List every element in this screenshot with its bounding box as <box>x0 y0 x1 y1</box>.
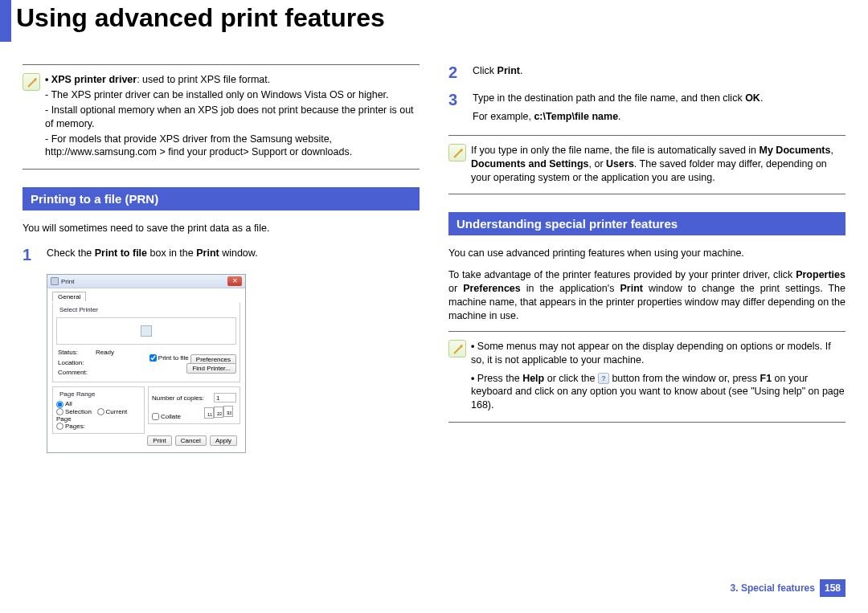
step1-b2: Print <box>196 247 219 259</box>
dlg-print-to-file: Print to file <box>149 354 189 362</box>
printer-icon <box>51 277 59 285</box>
n2-m2: button from the window or, press <box>609 373 760 384</box>
n1-m2: , or <box>589 158 607 170</box>
dlg-status-val: Ready <box>96 349 121 357</box>
note-xps-text: : used to print XPS file format. <box>137 74 270 85</box>
note-xps-sub2: Install optional memory when an XPS job … <box>45 104 420 131</box>
dlg-copies-spin: 1 <box>214 393 236 403</box>
heading-special-features: Understanding special printer features <box>448 212 845 235</box>
dlg-status-grid: Status:Ready Location: Comment: <box>56 347 122 378</box>
dlg-print-button: Print <box>147 435 171 446</box>
dlg-find-printer-button: Find Printer... <box>186 363 236 374</box>
note-filename-body: If you type in only the file name, the f… <box>471 144 845 185</box>
note-xps-bold: XPS printer driver <box>51 74 137 85</box>
note-xps-driver: XPS printer driver: used to print XPS fi… <box>23 64 420 170</box>
step1-post: window. <box>219 247 258 259</box>
p3-m1: or <box>448 283 463 294</box>
s3l1-pre: Type in the destination path and the fil… <box>473 92 745 104</box>
print-dialog-screenshot: Print ✕ General Select Printer Status:Re… <box>47 274 246 453</box>
collate-icon: 11 22 33 <box>204 406 236 420</box>
dlg-radio-all: All <box>56 400 141 407</box>
title-accent <box>0 0 11 42</box>
step-3: 3 Type in the destination path and the f… <box>448 92 845 124</box>
step2-pre: Click <box>473 65 497 76</box>
para-special-intro: You can use advanced printing features w… <box>448 247 845 260</box>
dlg-tab-general: General <box>52 292 86 301</box>
step-2-body: Click Print. <box>473 64 845 80</box>
dlg-comment-lbl: Comment: <box>58 369 94 377</box>
page-title-bar: Using advanced print features <box>0 0 868 42</box>
dlg-radio-pages: Pages: <box>56 423 141 430</box>
note-xps-line: XPS printer driver: used to print XPS fi… <box>45 73 420 159</box>
s3l2-pre: For example, <box>473 111 534 122</box>
n2-m1: or click the <box>544 373 598 384</box>
dlg-grp-pagerange: Page Range <box>58 390 96 398</box>
printer-item-icon <box>141 325 152 337</box>
step-1-body: Check the Print to file box in the Print… <box>47 247 420 263</box>
help-icon: ? <box>598 373 609 384</box>
close-icon: ✕ <box>227 276 242 286</box>
step-2-number: 2 <box>448 64 473 80</box>
para-special-detail: To take advantage of the printer feature… <box>448 268 845 323</box>
note-filename: If you type in only the file name, the f… <box>448 135 845 195</box>
dlg-copies-lbl: Number of copies: <box>152 394 204 402</box>
n2-pre: Press the <box>477 373 522 384</box>
dlg-location-lbl: Location: <box>58 359 94 367</box>
dlg-apply-button: Apply <box>210 435 237 446</box>
footer-chapter: 3. Special features <box>731 582 815 594</box>
page-footer: 3. Special features 158 <box>731 579 845 597</box>
note-xps-sub1: The XPS printer driver can be installed … <box>45 88 420 102</box>
n1-b3: Users <box>606 158 634 170</box>
note-icon <box>448 144 471 185</box>
s3l1-post: . <box>760 92 763 104</box>
n2-b1: Help <box>522 373 544 384</box>
step1-pre: Check the <box>47 247 95 259</box>
step2-post: . <box>520 65 522 76</box>
left-column: XPS printer driver: used to print XPS fi… <box>23 64 420 453</box>
step-3-number: 3 <box>448 92 473 124</box>
para-prn-intro: You will sometimes need to save the prin… <box>23 222 420 235</box>
step-2: 2 Click Print. <box>448 64 845 80</box>
dlg-title: Print <box>61 278 74 285</box>
footer-page-number: 158 <box>820 579 845 597</box>
p3-b2: Preferences <box>463 283 521 294</box>
right-column: 2 Click Print. 3 Type in the destination… <box>448 64 845 453</box>
step-1-number: 1 <box>23 247 47 263</box>
dlg-status-lbl: Status: <box>58 349 94 357</box>
p3-b3: Print <box>620 283 642 294</box>
s3l1-b: OK <box>745 92 760 104</box>
n1-m1: , <box>830 145 833 156</box>
n1-b1: My Documents <box>760 145 831 156</box>
dlg-grp-selectprinter: Select Printer <box>58 306 100 313</box>
step1-mid: box in the <box>147 247 196 259</box>
dlg-collate: Collate <box>152 413 181 420</box>
note-icon <box>448 340 471 412</box>
step-1: 1 Check the Print to file box in the Pri… <box>23 247 420 263</box>
note-help-li2: Press the Help or click the ? button fro… <box>471 372 845 413</box>
p3-b1: Properties <box>796 269 845 280</box>
note-icon <box>23 73 45 159</box>
page-title: Using advanced print features <box>11 0 385 42</box>
note-xps-sub3: For models that provide XPS driver from … <box>45 133 420 160</box>
n1-b2: Documents and Settings <box>471 158 589 170</box>
s3l2-post: . <box>618 111 620 122</box>
step2-b: Print <box>497 65 520 76</box>
step1-b1: Print to file <box>95 247 147 259</box>
dlg-cancel-button: Cancel <box>175 435 207 446</box>
dlg-radio-selection: Selection Current Page <box>56 408 141 423</box>
s3l2-b: c:\Temp\file name <box>534 111 618 122</box>
p3-m2: in the application's <box>521 283 620 294</box>
n2-b2: F1 <box>760 373 772 384</box>
note-help: Some menus may not appear on the display… <box>448 331 845 423</box>
step-3-body: Type in the destination path and the fil… <box>473 92 845 124</box>
note-help-li1: Some menus may not appear on the display… <box>471 340 845 367</box>
heading-printing-to-file: Printing to a file (PRN) <box>23 187 420 210</box>
n1-pre: If you type in only the file name, the f… <box>471 145 760 156</box>
p3-pre: To take advantage of the printer feature… <box>448 269 796 280</box>
